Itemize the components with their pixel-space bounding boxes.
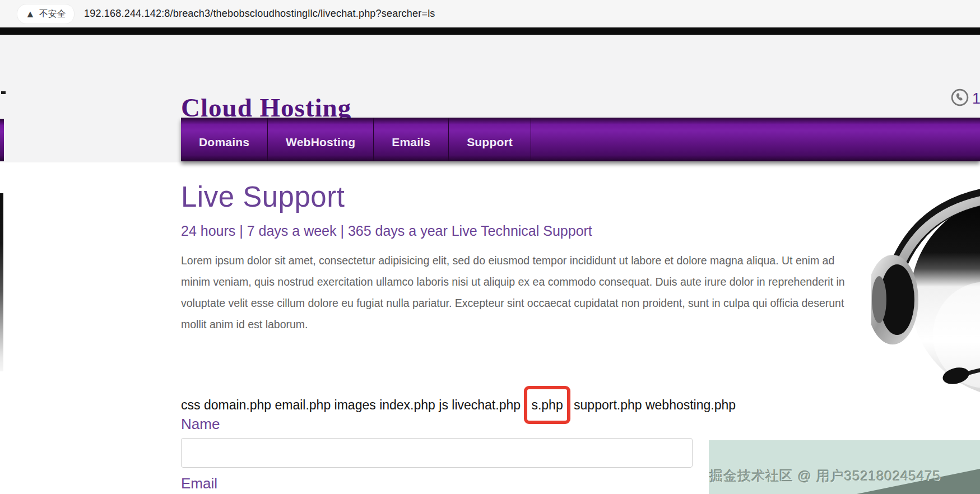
page-subtitle: 24 hours | 7 days a week | 365 days a ye… (181, 223, 592, 239)
nav-edge-fragment (0, 119, 4, 161)
edge-image-sliver (0, 193, 3, 371)
url-text[interactable]: 192.168.244.142:8/breach3/thebobscloudho… (84, 0, 435, 27)
phone-number-partial: 1 (972, 90, 980, 108)
email-field-label: Email (181, 475, 217, 492)
listing-highlighted-file: s.php (531, 398, 563, 412)
support-headset-image (871, 185, 980, 409)
security-chip-label: 不安全 (39, 8, 66, 20)
intro-paragraph: Lorem ipsum dolor sit amet, consectetur … (181, 250, 853, 335)
warning-icon: ▲︎ (25, 9, 35, 19)
watermark-text: 掘金技术社区 @ 用户352180245475 (709, 467, 941, 485)
directory-listing-output: css domain.php email.php images index.ph… (181, 398, 736, 413)
red-highlight-box: s.php (524, 386, 570, 424)
name-field-label: Name (181, 416, 220, 433)
address-bar: ▲︎ 不安全 192.168.244.142:8/breach3/thebobs… (0, 0, 980, 28)
security-chip[interactable]: ▲︎ 不安全 (17, 4, 75, 24)
edge-artifact (1, 91, 6, 94)
watermark-image-block: 掘金技术社区 @ 用户352180245475 (709, 440, 980, 494)
phone-icon (951, 88, 969, 106)
name-input[interactable] (181, 438, 693, 468)
page-title: Live Support (181, 180, 345, 213)
nav-item-support[interactable]: Support (449, 118, 531, 161)
listing-after: support.php webhosting.php (570, 398, 736, 412)
main-nav: Domains WebHosting Emails Support (181, 118, 980, 161)
nav-item-emails[interactable]: Emails (374, 118, 449, 161)
nav-item-webhosting[interactable]: WebHosting (268, 118, 374, 161)
top-divider-bar (0, 27, 980, 35)
listing-before: css domain.php email.php images index.ph… (181, 398, 524, 412)
browser-window: ▲︎ 不安全 192.168.244.142:8/breach3/thebobs… (0, 0, 980, 494)
nav-item-domains[interactable]: Domains (181, 118, 268, 161)
